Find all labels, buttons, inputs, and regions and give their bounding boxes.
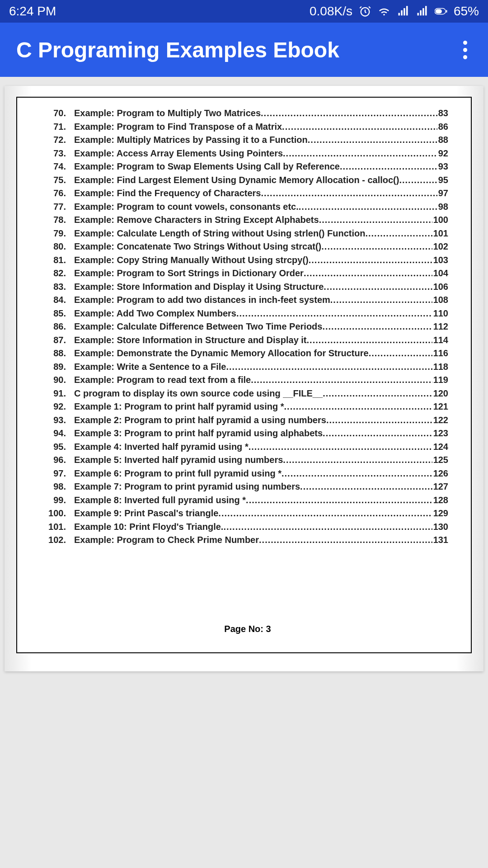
toc-leader-dots [322,320,432,334]
toc-row[interactable]: 87.Example: Store Information in Structu… [47,334,448,347]
toc-page: 114 [432,334,448,347]
toc-row[interactable]: 70.Example: Program to Multiply Two Matr… [47,107,448,120]
toc-page: 106 [432,280,448,294]
toc-page: 119 [432,373,448,387]
toc-page: 121 [432,400,448,414]
toc-row[interactable]: 100.Example 9: Print Pascal's triangle 1… [47,507,448,520]
toc-page: 92 [437,147,448,160]
toc-row[interactable]: 99.Example 8: Inverted full pyramid usin… [47,494,448,507]
toc-title: Example: Demonstrate the Dynamic Memory … [74,347,369,360]
toc-row[interactable]: 95.Example 4: Inverted half pyramid usin… [47,440,448,454]
toc-number: 79. [47,227,74,241]
toc-row[interactable]: 101.Example 10: Print Floyd's Triangle.1… [47,520,448,534]
toc-leader-dots [261,107,437,120]
toc-title: Example: Find Largest Element Using Dyna… [74,174,399,187]
toc-leader-dots [282,467,432,481]
toc-row[interactable]: 71.Example: Program to Find Transpose of… [47,120,448,134]
toc-title: Example 8: Inverted full pyramid using * [74,494,246,507]
toc-number: 86. [47,320,74,334]
toc-page: 95 [437,174,448,187]
toc-row[interactable]: 92.Example 1: Program to print half pyra… [47,400,448,414]
toc-row[interactable]: 86.Example: Calculate Difference Between… [47,320,448,334]
toc-page: 129 [432,507,448,520]
toc-row[interactable]: 93.Example 2: Program to print half pyra… [47,414,448,427]
toc-title: Example: Store Information in Structure … [74,334,307,347]
toc-leader-dots [246,494,432,507]
toc-row[interactable]: 89.Example: Write a Sentence to a File11… [47,360,448,374]
toc-number: 71. [47,120,74,134]
toc-row[interactable]: 102.Example: Program to Check Prime Numb… [47,533,448,547]
toc-number: 70. [47,107,74,120]
toc-number: 76. [47,187,74,200]
toc-title: Example: Calculate Length of String with… [74,227,365,241]
toc-page: 88 [437,133,448,147]
toc-row[interactable]: 83.Example: Store Information and Displa… [47,280,448,294]
toc-title: Example 4: Inverted half pyramid using * [74,440,249,454]
toc-list: 70.Example: Program to Multiply Two Matr… [47,107,448,547]
toc-row[interactable]: 78.Example: Remove Characters in String … [47,213,448,227]
toc-row[interactable]: 73.Example: Access Array Elements Using … [47,147,448,160]
toc-row[interactable]: 76.Example: Find the Frequency of Charac… [47,187,448,200]
toc-number: 99. [47,494,74,507]
toc-leader-dots [300,480,432,494]
toc-row[interactable]: 80.Example: Concatenate Two Strings With… [47,240,448,254]
toc-title: Example 9: Print Pascal's triangle [74,507,218,520]
toc-row[interactable]: 97.Example 6: Program to print full pyra… [47,467,448,481]
status-right: 0.08K/s 65% [310,4,479,19]
toc-row[interactable]: 90.Example: Program to read text from a … [47,373,448,387]
toc-number: 72. [47,133,74,147]
toc-row[interactable]: 85.Example: Add Two Complex Numbers 110 [47,307,448,321]
toc-page: 86 [437,120,448,134]
toc-row[interactable]: 75.Example: Find Largest Element Using D… [47,174,448,187]
document-viewer[interactable]: 70.Example: Program to Multiply Two Matr… [0,77,488,671]
toc-title: Example: Program to Check Prime Number [74,533,259,547]
toc-title: Example: Write a Sentence to a File [74,360,226,374]
toc-row[interactable]: 79.Example: Calculate Length of String w… [47,227,448,241]
toc-page: 123 [432,427,448,440]
toc-number: 74. [47,160,74,174]
toc-leader-dots [321,240,432,254]
toc-leader-dots [259,533,432,547]
toc-title: Example 5: Inverted half pyramid using n… [74,453,283,467]
toc-row[interactable]: 81.Example: Copy String Manually Without… [47,254,448,267]
toc-page: 104 [432,267,448,280]
svg-rect-2 [436,9,442,13]
toc-page: 103 [432,254,448,267]
toc-number: 89. [47,360,74,374]
toc-row[interactable]: 98.Example 7: Program to print pyramid u… [47,480,448,494]
toc-row[interactable]: 74.Example: Program to Swap Elements Usi… [47,160,448,174]
battery-icon [435,5,447,18]
toc-leader-dots [283,147,437,160]
toc-leader-dots [226,360,432,374]
toc-number: 101. [47,520,74,534]
page-title: C Programing Examples Ebook [16,38,339,62]
toc-title: Example: Program to Find Transpose of a … [74,120,282,134]
toc-page: 93 [437,160,448,174]
toc-number: 97. [47,467,74,481]
toc-number: 85. [47,307,74,321]
toc-row[interactable]: 91.C program to display its own source c… [47,387,448,401]
toc-leader-dots [330,293,432,307]
toc-row[interactable]: 77.Example: Program to count vowels, con… [47,200,448,214]
toc-row[interactable]: 94.Example 3: Program to print half pyra… [47,427,448,440]
toc-leader-dots [324,280,432,294]
toc-title: Example 7: Program to print pyramid usin… [74,480,300,494]
toc-row[interactable]: 88.Example: Demonstrate the Dynamic Memo… [47,347,448,360]
signal-icon-2 [416,5,428,18]
toc-leader-dots [365,227,432,241]
toc-page: 101 [432,227,448,241]
toc-page: 120 [432,387,448,401]
toc-leader-dots [261,187,437,200]
toc-title: Example 6: Program to print full pyramid… [74,467,282,481]
toc-row[interactable]: 84.Example: Program to add two distances… [47,293,448,307]
toc-title: Example: Remove Characters in String Exc… [74,213,319,227]
toc-row[interactable]: 82.Example: Program to Sort Strings in D… [47,267,448,280]
toc-row[interactable]: 72.Example: Multiply Matrices by Passing… [47,133,448,147]
toc-page: 118 [432,360,448,374]
toc-leader-dots [399,174,437,187]
overflow-menu-button[interactable] [459,36,472,64]
toc-leader-dots [319,213,432,227]
toc-row[interactable]: 96.Example 5: Inverted half pyramid usin… [47,453,448,467]
toc-leader-dots [249,440,432,454]
toc-leader-dots [251,373,432,387]
